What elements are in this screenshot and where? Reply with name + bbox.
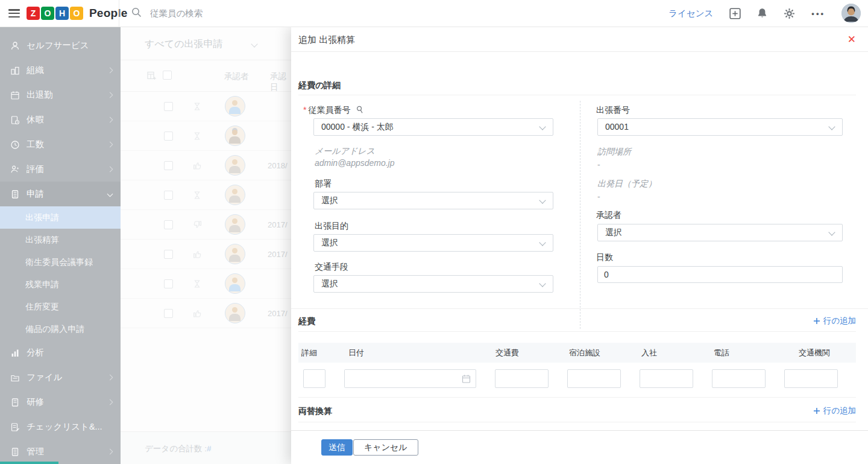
expense-entry-input[interactable] [640,369,693,388]
chevron-down-icon [828,123,835,130]
hamburger-menu-icon[interactable] [8,9,20,18]
modal-footer: 送信 キャンセル [291,430,868,464]
column-approver[interactable]: 承認者 [224,71,249,82]
license-link[interactable]: ライセンス [668,8,713,19]
chevron-down-icon [539,280,546,287]
row-checkbox[interactable] [164,161,173,170]
submit-button[interactable]: 送信 [321,439,353,456]
divider [298,397,856,398]
expense-phone-input[interactable] [712,369,766,388]
trip-purpose-select[interactable]: 選択 [313,234,553,252]
analytics-icon [10,348,20,358]
select-all-checkbox[interactable] [163,71,172,80]
product-name: People [89,7,128,20]
sidebar-item-files[interactable]: ファイル [0,365,121,390]
sidebar-subitem-travel-request[interactable]: 出張申請 [0,206,121,229]
sidebar-item-leave[interactable]: 休暇 [0,107,121,132]
admin-icon [10,447,20,457]
sidebar-subitem-address-change[interactable]: 住所変更 [0,296,121,318]
chevron-right-icon [107,449,113,455]
days-count-input[interactable] [597,266,843,283]
sidebar-subitem-safety-committee-minutes[interactable]: 衛生委員会議事録 [0,251,121,273]
logo-tile-o1: O [41,7,54,20]
sidebar-item-admin[interactable]: 管理 [0,439,121,464]
sidebar-item-requests[interactable]: 申請 [0,182,121,206]
list-filter-dropdown[interactable]: すべての出張申請 [145,38,223,51]
sidebar-item-timesheet[interactable]: 工数 [0,132,121,157]
column-approval-date[interactable]: 承認日 [270,71,291,93]
approver-select[interactable]: 選択 [597,224,843,241]
chevron-down-icon [107,191,113,197]
add-column-icon[interactable] [147,71,156,83]
approved-thumb-up-icon [193,309,202,320]
field-label-days-count: 日数 [596,252,613,263]
search-input[interactable] [150,8,427,18]
zoho-people-logo[interactable]: Z O H O People [27,7,128,20]
list-row[interactable]: 2017/ [121,210,291,240]
modal-title: 追加 出張精算 [298,27,355,52]
expense-transport-input[interactable] [495,369,549,388]
appraisal-icon [10,164,20,174]
expenses-add-row-link[interactable]: 行の追加 [813,316,856,326]
expense-detail-input[interactable] [303,369,326,388]
calendar-icon[interactable] [462,374,471,386]
sidebar-item-checklist[interactable]: チェックリスト&... [0,415,121,439]
expense-carrier-input[interactable] [784,369,838,388]
user-avatar[interactable] [841,4,861,23]
row-checkbox[interactable] [164,250,173,259]
list-row[interactable] [121,92,291,121]
column-divider [580,101,580,329]
transport-means-select[interactable]: 選択 [313,275,553,293]
divider [298,422,856,422]
more-options-icon[interactable]: ••• [811,9,825,18]
pending-hourglass-icon [193,102,201,113]
notifications-bell-icon[interactable] [757,8,767,19]
sidebar-item-attendance[interactable]: 出退勤 [0,83,121,107]
list-row[interactable] [121,269,291,299]
sidebar-item-organization[interactable]: 組織 [0,58,121,83]
chevron-right-icon [107,167,113,173]
field-label-departure-date: 出発日（予定） [597,179,656,189]
expense-date-input[interactable] [344,369,476,388]
employee-id-select[interactable]: 00000 - 横浜 - 太郎 [313,118,553,136]
row-checkbox[interactable] [164,309,173,318]
visit-place-value: - [597,160,600,170]
sidebar-item-appraisal[interactable]: 評価 [0,157,121,182]
expense-lodging-input[interactable] [567,369,621,388]
attendance-icon [10,90,20,100]
expense-col-entry: 入社 [641,348,657,358]
field-label-visit-place: 訪問場所 [597,147,631,157]
row-checkbox[interactable] [164,220,173,229]
cancel-button[interactable]: キャンセル [353,439,418,456]
lookup-icon[interactable] [356,106,364,114]
list-row[interactable] [121,180,291,210]
list-table-header: 承認者 承認日 [121,60,291,92]
sidebar-item-analytics[interactable]: 分析 [0,340,121,365]
trip-number-select[interactable]: 00001 [597,118,843,136]
list-row[interactable]: 2018/ [121,151,291,180]
conversion-add-row-link[interactable]: 行の追加 [813,405,856,416]
sidebar-item-self-service[interactable]: セルフサービス [0,33,121,58]
sidebar-subitem-overtime-request[interactable]: 残業申請 [0,273,121,296]
row-checkbox[interactable] [164,132,173,141]
row-checkbox[interactable] [164,191,173,200]
list-row[interactable]: 2017/ [121,299,291,328]
add-icon[interactable] [729,8,741,19]
row-checkbox[interactable] [164,279,173,288]
sidebar-subitem-travel-expense[interactable]: 出張精算 [0,229,121,251]
row-checkbox[interactable] [164,102,173,111]
field-label-trip-purpose: 出張目的 [315,221,348,232]
close-icon[interactable]: ✕ [848,27,856,52]
list-row[interactable] [121,121,291,151]
topbar-divider [119,0,119,27]
approver-avatar [225,96,245,116]
timesheet-icon [10,139,20,150]
settings-gear-icon[interactable] [784,8,795,19]
expense-date-text[interactable] [345,370,453,387]
list-row[interactable]: 2017/ [121,240,291,269]
expense-col-lodging: 宿泊施設 [569,348,600,358]
chevron-right-icon [107,142,113,148]
sidebar-subitem-equipment-purchase[interactable]: 備品の購入申請 [0,318,121,340]
department-select[interactable]: 選択 [313,192,553,209]
sidebar-item-training[interactable]: 研修 [0,390,121,415]
